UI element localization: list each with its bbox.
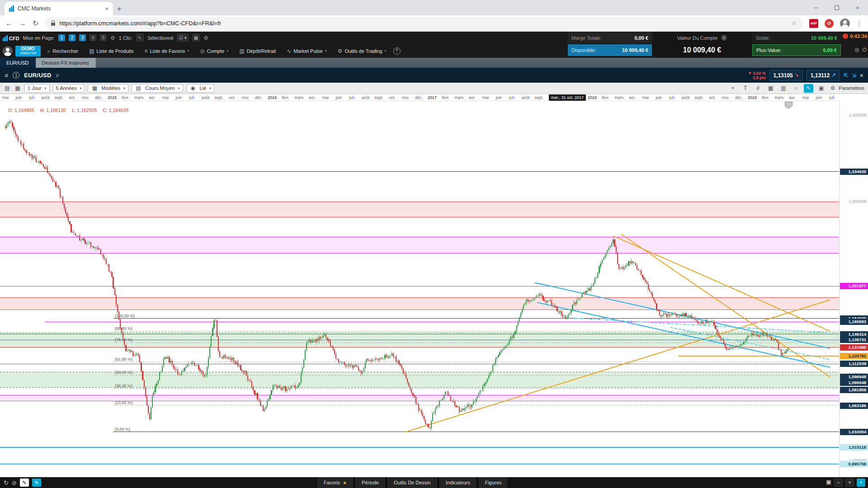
symbol-search-icon[interactable]: ⌕ — [56, 71, 60, 79]
period-value: 1 Jour — [28, 85, 42, 91]
menu-liste-de-produits[interactable]: ▤Liste de Produits — [85, 45, 137, 57]
layout-5-button[interactable]: 5 — [100, 34, 107, 41]
maximize-button[interactable] — [826, 0, 847, 15]
reload-icon[interactable]: ↻ — [33, 19, 38, 28]
outils-label: Outils De Dessin — [394, 480, 431, 485]
browser-menu-icon[interactable]: ⋮ — [856, 20, 863, 27]
layout-panels-icon[interactable]: ▥ — [778, 84, 788, 93]
parameters-label: Paramètres — [839, 85, 864, 91]
browser-profile-avatar[interactable] — [840, 19, 850, 28]
figures-button[interactable]: Figures — [478, 477, 509, 488]
close-window-button[interactable]: × — [847, 0, 868, 15]
extension-icon[interactable]: ⊘ — [825, 19, 834, 28]
range-dropdown[interactable]: 5 Années▾ — [53, 84, 85, 93]
forward-icon[interactable]: → — [19, 19, 26, 28]
expand-icon[interactable]: ⇲ — [852, 72, 856, 79]
chart-quick-icon[interactable]: ▦ — [192, 34, 200, 42]
buy-price-button[interactable]: 1,13112↗ — [807, 70, 840, 81]
close-chart-icon[interactable]: × — [860, 72, 863, 79]
user-avatar[interactable] — [3, 46, 13, 56]
parameters-button[interactable]: ⚙Paramètres — [829, 85, 864, 91]
menu-market-pulse[interactable]: ∿Market Pulse▾ — [283, 45, 330, 57]
cfd-logo: CFD — [3, 35, 19, 41]
workspace-tab-eurusd[interactable]: EUR/USD — [0, 58, 36, 68]
topbar-row-settings: CFD Mise en Page: 1 2 3 4 5 ⚙ 1 Clic: ↖ … — [3, 32, 208, 44]
chart-menu-icon[interactable]: ≡ — [5, 72, 8, 79]
minimize-button[interactable] — [806, 0, 826, 15]
price-axis[interactable]: 1,4000001,3000001,2000001,1000001,000000… — [839, 101, 868, 477]
time-axis[interactable]: mar., 31 oct. 2017 maijuinjuil.aoûtsept.… — [0, 94, 840, 101]
browser-tab[interactable]: CMC Markets × — [5, 2, 113, 15]
time-axis-label: sept. — [52, 95, 66, 100]
magnet-icon[interactable]: ∩ — [791, 84, 801, 93]
workspace-tab-devises[interactable]: Devises FX majeures — [36, 58, 96, 68]
sell-price-button[interactable]: 1,13105↘ — [769, 70, 803, 81]
help-button[interactable]: ? — [393, 47, 401, 55]
time-axis-label: oct. — [386, 95, 399, 100]
trend-line[interactable] — [406, 300, 830, 432]
account-number: 16661769 — [20, 51, 36, 56]
url-input[interactable]: https://platform.cmcmarkets.com/#/app?b=… — [45, 17, 803, 30]
fib-level-label: (100,00 %) — [115, 314, 135, 318]
zoom-in-button[interactable]: + — [845, 479, 854, 487]
grid-view-icon[interactable]: ▦ — [14, 85, 21, 91]
back-icon[interactable]: ← — [5, 19, 13, 28]
time-axis-label: mai — [479, 95, 492, 100]
camera-icon[interactable]: ▣ — [816, 84, 826, 93]
time-axis-label: févr. — [119, 95, 132, 100]
chart-type-value: Cours Moyen — [145, 85, 175, 91]
layout-1-button[interactable]: 1 — [58, 34, 65, 41]
profile-icon[interactable]: ◎ — [854, 47, 859, 53]
gridlines-icon[interactable]: # — [753, 84, 763, 93]
time-axis-slider-handle[interactable] — [785, 102, 792, 108]
price-chart[interactable]: (100,00 %)(88,60 %)(78,60 %)(61,80 %)(50… — [0, 101, 840, 477]
marker-tool-icon[interactable]: ✎ — [32, 479, 41, 487]
time-axis-label: mars — [132, 95, 146, 100]
add-window-button[interactable]: + — [857, 479, 865, 487]
period-dropdown[interactable]: 1 Jour▾ — [24, 84, 50, 93]
layout-3-button[interactable]: 3 — [79, 34, 86, 41]
symbol-title: EUR/USD — [24, 72, 52, 79]
text-tool-icon[interactable]: T — [741, 84, 750, 93]
refresh-icon[interactable]: ↻ — [4, 479, 9, 486]
models-dropdown[interactable]: ▦Modèles▾ — [88, 84, 128, 93]
layout-gear-icon[interactable]: ⚙ — [110, 35, 115, 41]
snapshot-icon[interactable]: ▣ — [826, 479, 831, 487]
draw-tool-icon[interactable]: ✎ — [20, 479, 29, 487]
bookmark-star-icon[interactable]: ☆ — [791, 20, 797, 27]
menu-rechercher[interactable]: ⌕Rechercher — [43, 45, 83, 57]
buy-arrow-icon: ↗ — [831, 72, 835, 78]
pointer-tool-icon[interactable]: ↖ — [804, 84, 813, 93]
power-icon[interactable]: ⏻ — [862, 47, 867, 53]
menu-compte[interactable]: ◎Compte▾ — [196, 45, 232, 57]
info-icon[interactable]: i — [721, 35, 727, 41]
indicateurs-button[interactable]: Indicateurs — [439, 477, 477, 488]
favoris-button[interactable]: Favoris★ — [316, 477, 354, 488]
time-axis-label: juil. — [345, 95, 359, 100]
demo-account-badge[interactable]: DEMO 16661769 — [15, 46, 41, 56]
compare-icon[interactable]: ▦ — [766, 84, 775, 93]
adblock-extension-icon[interactable]: ABP — [809, 19, 818, 28]
one-click-cursor-icon[interactable]: ↖ — [136, 34, 144, 42]
clear-drawings-icon[interactable]: ⊘ — [12, 479, 17, 486]
settings-gear-icon[interactable]: ⚙ — [203, 35, 208, 41]
list-view-icon[interactable]: ▤ — [4, 85, 11, 91]
outils-de-dessin-button[interactable]: Outils De Dessin — [387, 477, 438, 488]
fib-level-label: (88,60 %) — [115, 326, 132, 331]
menu-liste-de-favoris[interactable]: ≡Liste de Favoris▾ — [140, 45, 193, 57]
chart-type-dropdown[interactable]: ▤Cours Moyen▾ — [132, 84, 183, 93]
linked-dropdown[interactable]: ◉Lié▾ — [186, 84, 215, 93]
time-axis-label: mai — [799, 95, 812, 100]
periode-button[interactable]: Période — [354, 477, 386, 488]
popout-icon[interactable]: ⇱ — [844, 72, 848, 79]
tab-close-icon[interactable]: × — [105, 5, 108, 12]
zoom-out-button[interactable]: − — [834, 479, 843, 487]
layout-2-button[interactable]: 2 — [69, 34, 75, 41]
layout-4-button[interactable]: 4 — [90, 34, 96, 41]
crosshair-icon[interactable]: + — [728, 84, 737, 93]
menu-outils-de-trading[interactable]: ⚙Outils de Trading▾ — [334, 45, 391, 57]
new-tab-button[interactable]: + — [113, 3, 126, 15]
menu-depot-retrait[interactable]: ▥Dépôt/Retrait — [235, 45, 280, 57]
time-axis-label: sept. — [212, 95, 226, 100]
order-mode-dropdown[interactable]: ☑▾ — [177, 34, 189, 42]
